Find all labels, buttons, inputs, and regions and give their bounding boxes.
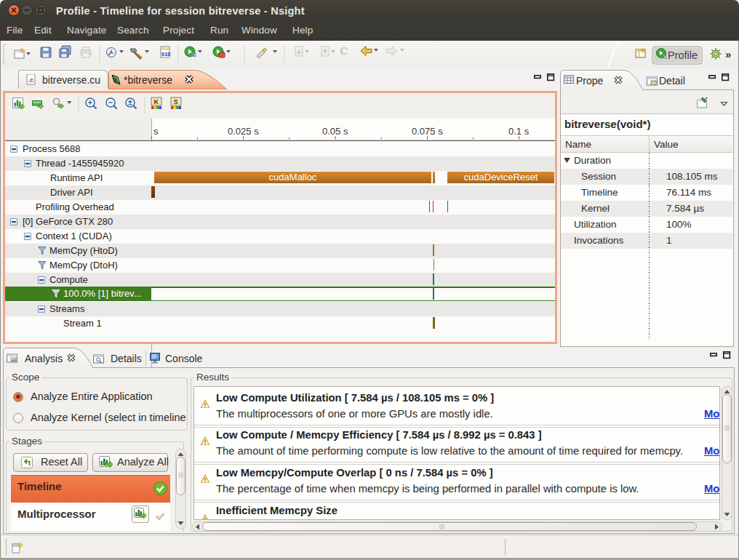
svg-text:.c: .c <box>28 76 33 84</box>
svg-text:K: K <box>153 98 159 105</box>
svg-text:»: » <box>725 48 731 60</box>
svg-text:S: S <box>174 98 178 105</box>
svg-text:s: s <box>153 126 159 137</box>
svg-text:Profile: Profile <box>668 49 698 61</box>
svg-text:0.025 s: 0.025 s <box>228 126 259 137</box>
svg-text:0.1 s: 0.1 s <box>508 126 530 137</box>
svg-text:0.05 s: 0.05 s <box>322 126 348 137</box>
svg-text:0.075 s: 0.075 s <box>412 126 443 137</box>
svg-text:010: 010 <box>161 51 171 57</box>
